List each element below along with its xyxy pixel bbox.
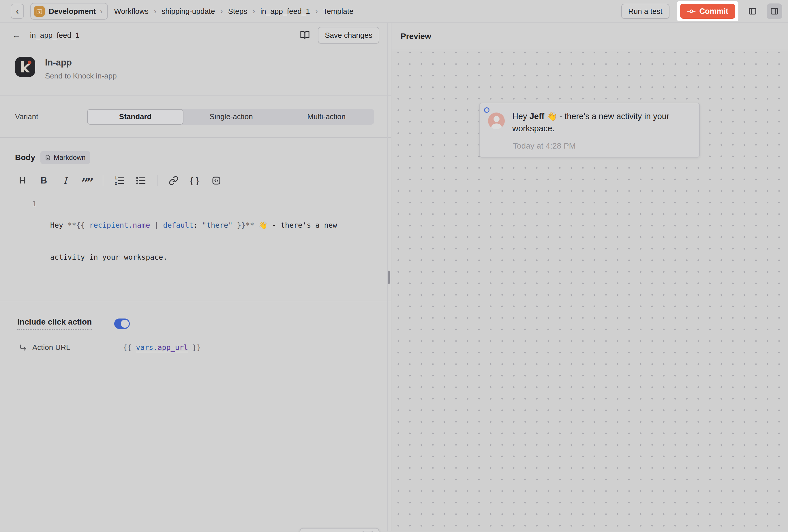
markdown-file-icon <box>45 154 51 161</box>
text-segment: 👋 <box>547 112 557 121</box>
svg-text:2: 2 <box>115 181 117 185</box>
variables-button[interactable]: {} <box>190 175 200 186</box>
text-segment: name <box>133 221 150 229</box>
unordered-list-button[interactable] <box>136 175 146 186</box>
variant-section: Variant StandardSingle-actionMulti-actio… <box>0 96 391 137</box>
environment-folder-icon <box>34 6 45 17</box>
notification-card[interactable]: Hey Jeff 👋 - there's a new activity in y… <box>479 103 700 158</box>
variant-label: Variant <box>15 112 87 121</box>
breadcrumb-item-workflows[interactable]: Workflows <box>114 7 149 16</box>
text-segment: **{{ <box>67 221 89 229</box>
italic-button[interactable]: I <box>60 175 71 186</box>
knock-dashboard: ‹ Development › Workflows›shipping-updat… <box>0 0 788 532</box>
chevron-left-icon: ‹ <box>16 7 19 16</box>
keyboard-shortcut-badge: K <box>362 531 374 532</box>
text-segment: Hey <box>512 112 530 121</box>
variant-option-standard[interactable]: Standard <box>87 109 183 125</box>
line-number: 1 <box>15 198 37 284</box>
code-content: Hey **{{ recipient.name | default: "ther… <box>50 198 356 284</box>
text-segment: : <box>194 221 202 229</box>
chevron-right-icon: › <box>220 7 223 15</box>
include-click-action-toggle[interactable] <box>114 318 130 329</box>
channel-header: k In-app Send to Knock in-app <box>0 47 391 96</box>
back-to-steps-button[interactable]: ← <box>12 30 21 40</box>
chevron-right-icon: › <box>100 7 102 15</box>
breadcrumb-item-shipping-update[interactable]: shipping-update <box>161 7 215 16</box>
run-a-test-button[interactable]: Run a test <box>621 4 669 19</box>
save-changes-button[interactable]: Save changes <box>318 27 379 43</box>
commit-label: Commit <box>700 7 729 16</box>
code-row: Hey **{{ recipient.name | default: "ther… <box>50 220 356 231</box>
formatting-toolbar: H B I ”” 1 2 <box>15 175 391 186</box>
variant-option-multi-action[interactable]: Multi-action <box>279 109 374 125</box>
text-segment: recipient. <box>89 221 133 229</box>
breadcrumb-item-steps[interactable]: Steps <box>228 7 248 16</box>
text-segment: app_url <box>157 343 188 352</box>
bold-button[interactable]: B <box>39 175 49 186</box>
variant-option-single-action[interactable]: Single-action <box>183 109 279 125</box>
text-segment: activity in your workspace. <box>50 253 167 261</box>
action-url-label: Action URL <box>32 343 81 352</box>
docs-button[interactable] <box>300 30 310 40</box>
toolbar-separator <box>103 175 103 186</box>
chevron-right-icon: › <box>315 7 318 15</box>
channel-title: In-app <box>45 57 117 68</box>
markdown-badge[interactable]: Markdown <box>40 151 90 164</box>
text-segment: }} <box>188 343 201 352</box>
knock-logo: k <box>15 57 35 77</box>
toggle-right-panel-button[interactable] <box>767 3 782 19</box>
link-button[interactable] <box>169 175 179 186</box>
environment-name: Development <box>49 7 96 16</box>
book-open-icon <box>300 30 310 40</box>
notification-message: Hey Jeff 👋 - there's a new activity in y… <box>512 110 692 135</box>
sidebar-right-icon <box>770 7 779 16</box>
commit-highlight: Commit <box>677 1 739 21</box>
body-label: Body <box>15 153 35 162</box>
quote-button[interactable]: ”” <box>81 175 92 186</box>
git-commit-icon <box>687 7 696 16</box>
channel-subtitle: Send to Knock in-app <box>45 72 117 80</box>
include-click-action-label: Include click action <box>17 317 92 330</box>
template-editor-panel: ← in_app_feed_1 Save changes k <box>0 23 391 531</box>
scrollbar-thumb[interactable] <box>388 271 390 284</box>
step-name: in_app_feed_1 <box>30 31 80 40</box>
editor-panel-header: ← in_app_feed_1 Save changes <box>0 23 391 47</box>
text-segment: {{ <box>123 343 136 352</box>
text-segment: | <box>150 221 163 229</box>
breadcrumb-item-in_app_feed_1[interactable]: in_app_feed_1 <box>260 7 310 16</box>
top-bar: ‹ Development › Workflows›shipping-updat… <box>0 0 788 23</box>
code-block-button[interactable] <box>211 175 221 186</box>
breadcrumb: Workflows›shipping-update›Steps›in_app_f… <box>114 7 354 16</box>
preview-title: Preview <box>391 23 788 50</box>
ordered-list-button[interactable]: 1 2 <box>114 175 124 186</box>
preview-panel: Preview Hey Jeff 👋 - there's a new activ… <box>391 23 788 531</box>
notification-timestamp: Today at 4:28 PM <box>513 141 576 151</box>
svg-text:1: 1 <box>115 176 117 180</box>
text-segment: Jeff <box>530 112 545 121</box>
chevron-right-icon: › <box>252 7 255 15</box>
unread-indicator <box>484 107 490 113</box>
action-url-value[interactable]: {{ vars.app_url }} <box>123 343 201 352</box>
environment-selector[interactable]: Development › <box>30 3 108 20</box>
arrow-left-icon: ← <box>12 30 21 40</box>
preview-canvas: Hey Jeff 👋 - there's a new activity in y… <box>391 50 788 531</box>
main-split: ← in_app_feed_1 Save changes k <box>0 23 788 531</box>
avatar <box>488 113 505 129</box>
code-row: activity in your workspace. <box>50 252 356 262</box>
heading-button[interactable]: H <box>17 175 28 186</box>
back-button[interactable]: ‹ <box>11 4 24 19</box>
text-segment: - there's a new <box>268 221 337 229</box>
body-section: Body Markdown H B I <box>0 138 391 301</box>
commit-button[interactable]: Commit <box>680 4 735 19</box>
variant-segmented: StandardSingle-actionMulti-action <box>87 109 374 125</box>
text-segment: }}** <box>233 221 258 229</box>
toggle-left-panel-button[interactable] <box>745 3 760 19</box>
body-code-editor[interactable]: 1 Hey **{{ recipient.name | default: "th… <box>15 198 391 301</box>
click-action-section: Include click action Action URL {{ vars.… <box>0 301 391 352</box>
text-segment: default <box>163 221 193 229</box>
toggle-controls-button[interactable]: Toggle controls K <box>300 528 379 532</box>
sidebar-left-icon <box>748 7 757 16</box>
knock-logo-dot <box>28 61 32 64</box>
breadcrumb-item-template[interactable]: Template <box>323 7 354 16</box>
text-segment: "there" <box>202 221 233 229</box>
